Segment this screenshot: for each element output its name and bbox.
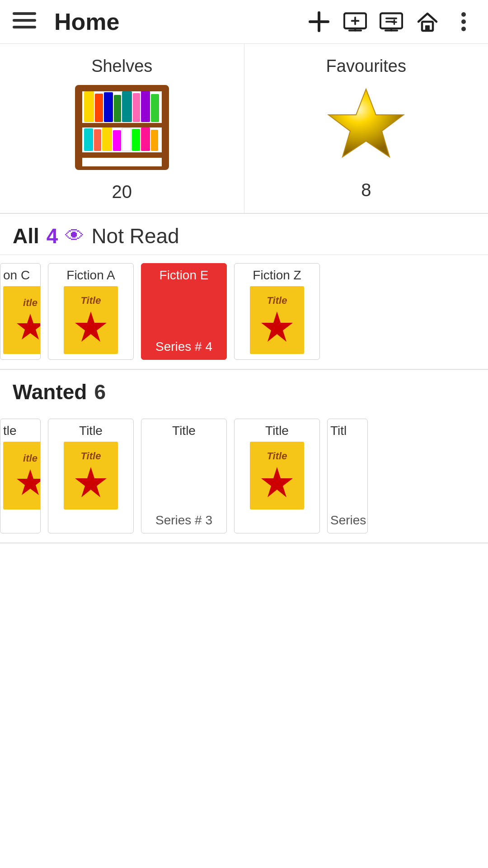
svg-rect-28 bbox=[84, 91, 94, 122]
favourites-cell[interactable]: Favourites 8 bbox=[244, 44, 488, 213]
svg-point-21 bbox=[461, 27, 466, 31]
svg-rect-41 bbox=[132, 129, 140, 151]
add-button[interactable] bbox=[307, 10, 331, 33]
book-card-fiction-e[interactable]: Fiction E Series # 4 bbox=[141, 263, 227, 360]
all-books-row: on C itle Fiction A Title Fiction E Seri… bbox=[0, 255, 488, 370]
book-series-wanted-5: Series bbox=[330, 513, 366, 528]
svg-rect-29 bbox=[95, 94, 103, 122]
favourites-count: 8 bbox=[361, 180, 371, 200]
stats-row: Shelves bbox=[0, 44, 488, 214]
all-count: 4 bbox=[47, 224, 58, 248]
book-card-wanted-4[interactable]: Title Title bbox=[234, 419, 320, 533]
book-title-fiction-e: Fiction E bbox=[160, 268, 209, 283]
book-cover-fiction-a: Title bbox=[64, 286, 118, 354]
book-cover-wanted-3-empty bbox=[157, 442, 211, 509]
shelves-count: 20 bbox=[112, 182, 132, 202]
svg-marker-48 bbox=[17, 469, 41, 495]
not-read-label: Not Read bbox=[91, 224, 179, 248]
favourites-label: Favourites bbox=[326, 57, 406, 76]
svg-marker-46 bbox=[75, 311, 107, 342]
svg-point-19 bbox=[461, 12, 466, 17]
svg-rect-38 bbox=[102, 127, 112, 151]
book-cover-fiction-c: itle bbox=[3, 286, 41, 354]
header-toolbar bbox=[307, 10, 475, 33]
import-screen-button[interactable] bbox=[343, 10, 367, 33]
svg-rect-36 bbox=[84, 128, 93, 151]
book-card-wanted-3[interactable]: Title Series # 3 bbox=[141, 419, 227, 533]
bookshelf-icon bbox=[72, 82, 172, 175]
book-cover-wanted-4: Title bbox=[250, 442, 304, 509]
wanted-count: 6 bbox=[94, 380, 106, 404]
svg-rect-34 bbox=[141, 91, 150, 122]
svg-rect-30 bbox=[104, 92, 113, 122]
all-label: All bbox=[13, 224, 39, 248]
wanted-label: Wanted bbox=[13, 380, 87, 404]
book-title-wanted-1: tle bbox=[3, 424, 17, 438]
book-card-wanted-1[interactable]: tle itle bbox=[0, 419, 41, 533]
book-cover-wanted-2: Title bbox=[64, 442, 118, 509]
wanted-section-header: Wanted 6 bbox=[0, 370, 488, 410]
svg-rect-27 bbox=[77, 87, 167, 91]
book-cover-fiction-z: Title bbox=[250, 286, 304, 354]
more-options-button[interactable] bbox=[452, 10, 475, 33]
all-section-header: All 4 👁 Not Read bbox=[0, 214, 488, 255]
book-title-fiction-c: on C bbox=[3, 268, 30, 283]
book-title-fiction-z: Fiction Z bbox=[253, 268, 301, 283]
book-title-wanted-4: Title bbox=[265, 424, 289, 438]
svg-rect-0 bbox=[13, 12, 36, 15]
book-series-fiction-e: Series # 4 bbox=[155, 340, 212, 354]
svg-rect-2 bbox=[13, 26, 36, 28]
svg-marker-49 bbox=[75, 467, 107, 497]
book-card-fiction-a[interactable]: Fiction A Title bbox=[48, 263, 134, 360]
home-button[interactable] bbox=[416, 10, 439, 33]
svg-rect-32 bbox=[122, 91, 132, 122]
book-cover-wanted-1: itle bbox=[3, 442, 41, 509]
svg-marker-45 bbox=[17, 314, 41, 340]
favourites-star-icon bbox=[316, 82, 416, 173]
add-reading-button[interactable] bbox=[380, 10, 403, 33]
book-title-wanted-2: Title bbox=[79, 424, 103, 438]
menu-icon[interactable] bbox=[13, 9, 36, 35]
header: Home bbox=[0, 0, 488, 44]
book-card-wanted-5[interactable]: Titl Series bbox=[327, 419, 368, 533]
svg-marker-50 bbox=[261, 467, 293, 497]
book-card-fiction-c[interactable]: on C itle bbox=[0, 263, 41, 360]
svg-marker-44 bbox=[328, 89, 404, 157]
svg-rect-37 bbox=[94, 129, 101, 151]
svg-rect-26 bbox=[162, 87, 167, 168]
book-card-fiction-z[interactable]: Fiction Z Title bbox=[234, 263, 320, 360]
shelves-cell[interactable]: Shelves bbox=[0, 44, 244, 213]
book-title-wanted-5: Titl bbox=[330, 424, 347, 438]
svg-rect-39 bbox=[113, 130, 121, 151]
svg-rect-33 bbox=[133, 93, 140, 122]
book-title-fiction-a: Fiction A bbox=[66, 268, 115, 283]
svg-rect-24 bbox=[77, 123, 167, 127]
svg-rect-1 bbox=[13, 19, 36, 22]
svg-rect-25 bbox=[77, 87, 82, 168]
svg-point-20 bbox=[461, 19, 466, 24]
svg-rect-40 bbox=[122, 128, 131, 151]
eye-icon: 👁 bbox=[65, 225, 84, 247]
svg-rect-18 bbox=[425, 25, 430, 31]
book-card-wanted-2[interactable]: Title Title bbox=[48, 419, 134, 533]
shelves-label: Shelves bbox=[91, 57, 152, 76]
wanted-books-row: tle itle Title Title Title Series # 3 Ti… bbox=[0, 410, 488, 543]
book-title-wanted-3: Title bbox=[172, 424, 196, 438]
page-title: Home bbox=[54, 8, 307, 35]
svg-rect-23 bbox=[77, 152, 167, 158]
svg-rect-42 bbox=[141, 127, 150, 151]
svg-rect-35 bbox=[151, 94, 159, 122]
book-series-wanted-3: Series # 3 bbox=[155, 513, 212, 528]
svg-marker-47 bbox=[261, 311, 293, 342]
svg-rect-31 bbox=[114, 95, 121, 122]
svg-rect-43 bbox=[151, 130, 158, 151]
